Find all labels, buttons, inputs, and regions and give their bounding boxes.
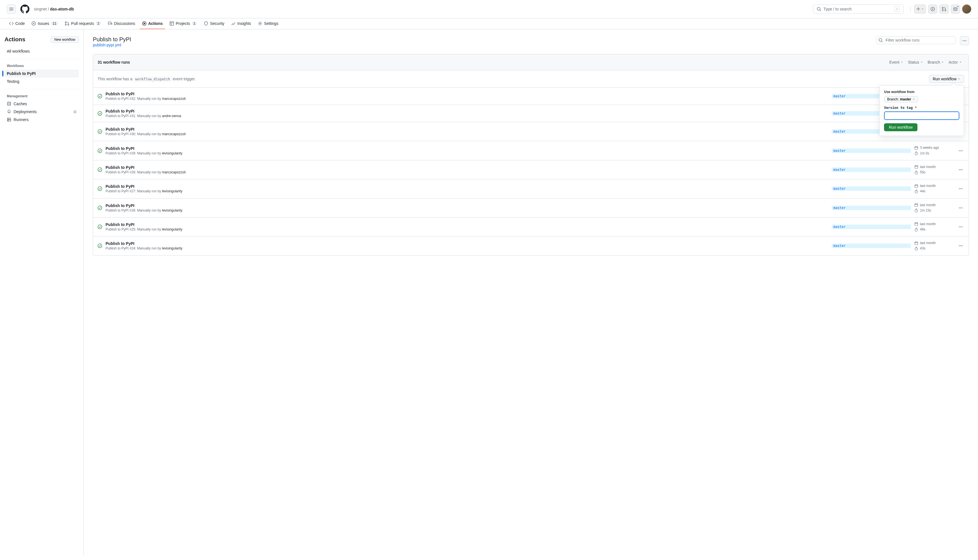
svg-point-8 [65,24,67,25]
run-kebab-button[interactable] [957,166,964,173]
branch-pill[interactable]: master [832,206,911,210]
run-title[interactable]: Publish to PyPI [105,109,828,113]
run-kebab-button[interactable] [957,205,964,211]
run-row[interactable]: Publish to PyPI Publish to PyPI #29: Man… [93,141,969,160]
github-logo[interactable] [20,5,29,13]
success-check-icon [98,206,102,210]
run-kebab-button[interactable] [957,185,964,192]
run-actor-link[interactable]: marcocapozzoli [162,132,185,136]
run-title[interactable]: Publish to PyPI [105,92,828,96]
pull-request-icon [942,7,946,11]
filter-wrap [876,36,955,44]
svg-point-20 [966,40,966,41]
svg-point-4 [945,10,946,11]
run-title[interactable]: Publish to PyPI [105,222,828,227]
breadcrumb: singnet / das-atom-db [34,7,811,11]
sidebar-caches[interactable]: Caches [5,100,79,108]
notifications-button[interactable] [951,5,960,13]
run-kebab-button[interactable] [957,223,964,230]
run-actor-link[interactable]: marcocapozzoli [162,170,185,174]
sidebar-deployments[interactable]: Deployments [5,108,79,116]
sidebar-workflow-publish[interactable]: Publish to PyPI [5,70,79,77]
run-row[interactable]: Publish to PyPI Publish to PyPI #31: Man… [93,105,969,122]
run-row[interactable]: Publish to PyPI Publish to PyPI #32: Man… [93,88,969,105]
create-button[interactable] [914,5,926,13]
run-subtitle: Publish to PyPI #29: Manually run by lev… [105,151,828,155]
tab-issues-label: Issues [38,21,49,26]
tab-issues[interactable]: Issues 11 [29,18,60,29]
tab-actions[interactable]: Actions [140,18,165,29]
run-title[interactable]: Publish to PyPI [105,184,828,188]
tab-security[interactable]: Security [202,18,227,29]
run-actor-link[interactable]: levisingularity [162,246,182,250]
run-actor-link[interactable]: marcocapozzoli [162,97,185,101]
run-subtitle: Publish to PyPI #31: Manually run by and… [105,114,828,118]
server-icon [7,117,11,122]
hamburger-button[interactable] [7,5,16,13]
run-actor-link[interactable]: levisingularity [162,151,182,155]
branch-pill[interactable]: master [832,225,911,229]
tab-pulls-label: Pull requests [71,21,94,26]
svg-rect-36 [915,147,918,150]
tab-projects[interactable]: Projects 1 [167,18,199,29]
run-workflow-submit-button[interactable]: Run workflow [884,123,918,131]
workflow-file-link[interactable]: publish-pypi.yml [93,43,121,47]
all-workflows-link[interactable]: All workflows [5,47,79,55]
run-actor-link[interactable]: levisingularity [162,208,182,212]
breadcrumb-org[interactable]: singnet [34,7,47,11]
branch-select-button[interactable]: Branch: master [884,96,918,102]
filter-runs-input[interactable] [876,36,955,44]
run-row[interactable]: Publish to PyPI Publish to PyPI #26: Man… [93,198,969,217]
pull-requests-button[interactable] [940,5,949,13]
run-kebab-button[interactable] [957,242,964,249]
run-title[interactable]: Publish to PyPI [105,127,828,132]
branch-pill[interactable]: master [832,167,911,172]
run-kebab-button[interactable] [957,147,964,154]
run-actor-link[interactable]: andre-senna [162,114,181,118]
stopwatch-icon [915,247,918,251]
tab-settings-label: Settings [264,21,279,26]
filter-branch[interactable]: Branch [925,59,946,66]
hamburger-icon [9,7,13,11]
workflow-kebab-button[interactable] [960,36,969,45]
filter-status[interactable]: Status [906,59,925,66]
run-row[interactable]: Publish to PyPI Publish to PyPI #30: Man… [93,122,969,141]
filter-event[interactable]: Event [887,59,906,66]
run-time: last month [920,183,936,188]
sidebar-runners[interactable]: Runners [5,116,79,123]
run-title[interactable]: Publish to PyPI [105,203,828,208]
run-title[interactable]: Publish to PyPI [105,241,828,246]
run-workflow-button[interactable]: Run workflow [929,75,964,83]
run-main: Publish to PyPI Publish to PyPI #28: Man… [105,165,828,174]
run-row[interactable]: Publish to PyPI Publish to PyPI #24: Man… [93,237,969,255]
breadcrumb-repo[interactable]: das-atom-db [50,7,74,11]
branch-pill[interactable]: master [832,148,911,153]
run-row[interactable]: Publish to PyPI Publish to PyPI #27: Man… [93,179,969,198]
svg-rect-66 [915,242,918,245]
branch-pill[interactable]: master [832,243,911,248]
sidebar-workflow-testing[interactable]: Testing [5,77,79,85]
run-row[interactable]: Publish to PyPI Publish to PyPI #25: Man… [93,217,969,237]
dispatch-code: workflow_dispatch [134,77,172,82]
issue-icon [930,7,935,11]
branch-pill[interactable]: master [832,187,911,191]
filter-actor[interactable]: Actor [946,59,964,66]
run-title[interactable]: Publish to PyPI [105,165,828,170]
search-box[interactable]: Type / to search / [813,5,904,13]
issues-button[interactable] [928,5,937,13]
tab-discussions[interactable]: Discussions [105,18,137,29]
run-title[interactable]: Publish to PyPI [105,146,828,151]
version-input[interactable] [884,112,959,120]
tab-insights[interactable]: Insights [229,18,253,29]
run-row[interactable]: Publish to PyPI Publish to PyPI #28: Man… [93,160,969,179]
tab-code[interactable]: Code [7,18,27,29]
search-icon [878,38,883,42]
user-avatar[interactable] [962,5,971,13]
calendar-icon [915,241,918,245]
new-workflow-button[interactable]: New workflow [51,37,79,43]
tab-pulls[interactable]: Pull requests 2 [63,18,103,29]
tab-settings[interactable]: Settings [255,18,281,29]
run-actor-link[interactable]: levisingularity [162,189,182,193]
rocket-icon [7,110,11,114]
run-actor-link[interactable]: levisingularity [162,227,182,232]
